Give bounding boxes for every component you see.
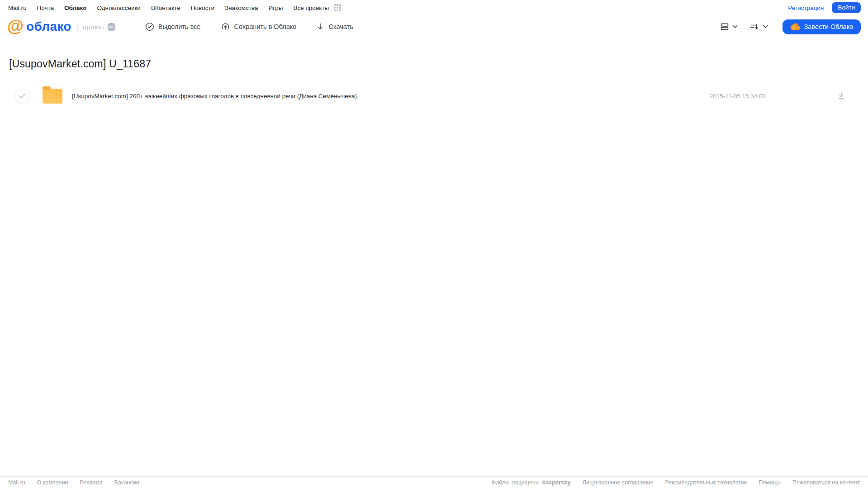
topnav-dating[interactable]: Знакомства (225, 5, 258, 11)
footer-right-links: Файлы защищены kaspersky Лицензионное со… (492, 479, 860, 486)
get-cloud-button[interactable]: Завести Облако (783, 19, 861, 34)
topnav-news[interactable]: Новости (191, 5, 214, 11)
top-navigation: Mail.ru Почта Облако Одноклассники ВКонт… (8, 4, 341, 11)
logo-divider: | (77, 23, 79, 31)
topnav-vkontakte[interactable]: ВКонтакте (151, 5, 180, 11)
vk-badge-icon: VK (108, 23, 115, 31)
get-cloud-label: Завести Облако (804, 23, 853, 30)
footer-mailru-link[interactable]: Mail.ru (8, 479, 25, 486)
top-bar: Mail.ru Почта Облако Одноклассники ВКонт… (0, 0, 868, 14)
row-download-button[interactable] (837, 92, 845, 100)
topbar-right: Регистрация Войти (788, 2, 861, 13)
sort-dropdown[interactable] (749, 22, 768, 31)
footer-report-link[interactable]: Пожаловаться на контент (792, 479, 860, 486)
download-icon (837, 92, 845, 100)
page-title: [UsupovMarket.com] U_11687 (9, 58, 859, 70)
logo-project-label: проект (83, 23, 105, 31)
chevron-down-icon (732, 25, 738, 28)
footer-help-link[interactable]: Помощь (759, 479, 780, 486)
header-right-controls: Завести Облако (720, 19, 861, 34)
login-button[interactable]: Войти (832, 2, 861, 13)
folder-icon (43, 89, 62, 104)
check-circle-icon (145, 22, 154, 31)
check-icon (19, 94, 25, 99)
footer-ads-link[interactable]: Реклама (80, 479, 102, 486)
topnav-odnoklassniki[interactable]: Одноклассники (97, 5, 140, 11)
file-name[interactable]: [UsupovMarket.com] 200+ важнейших фразов… (72, 93, 710, 99)
sort-icon (749, 22, 759, 31)
save-to-cloud-label: Сохранить в Облако (234, 23, 297, 30)
view-mode-dropdown[interactable] (720, 22, 738, 31)
registration-link[interactable]: Регистрация (788, 5, 824, 11)
list-view-icon (720, 22, 729, 31)
cloud-logo[interactable]: @ облако | проект VK (7, 19, 115, 34)
select-all-label: Выделить все (158, 23, 201, 30)
cloud-icon (790, 23, 800, 30)
download-label: Скачать (328, 23, 353, 30)
main-content: [UsupovMarket.com] U_11687 [UsupovMarket… (0, 58, 868, 106)
kaspersky-logo[interactable]: kaspersky (542, 479, 571, 486)
footer-recommendations-link[interactable]: Рекомендательные технологии (665, 479, 747, 486)
mailru-at-icon: @ (7, 18, 24, 34)
header: @ облако | проект VK Выделить все Сохран… (0, 14, 868, 40)
download-button[interactable]: Скачать (316, 22, 353, 31)
topnav-all-projects[interactable]: Все проекты (293, 5, 329, 11)
chevron-down-icon (763, 25, 768, 28)
topnav-mailru[interactable]: Mail.ru (8, 5, 27, 11)
footer-left-links: Mail.ru О компании Реклама Вакансии (8, 479, 139, 486)
footer-about-link[interactable]: О компании (37, 479, 68, 486)
topnav-mail[interactable]: Почта (37, 5, 54, 11)
topnav-cloud[interactable]: Облако (64, 5, 86, 11)
footer: Mail.ru О компании Реклама Вакансии Файл… (0, 476, 868, 488)
file-date: 2015-11-05 15:34:00 (710, 93, 766, 99)
save-to-cloud-button[interactable]: Сохранить в Облако (221, 22, 297, 31)
apps-grid-icon[interactable] (334, 4, 341, 11)
logo-wordmark: облако (26, 19, 71, 34)
footer-jobs-link[interactable]: Вакансии (114, 479, 139, 486)
select-all-button[interactable]: Выделить все (145, 22, 201, 31)
footer-license-link[interactable]: Лицензионное соглашение (583, 479, 654, 486)
kaspersky-protection: Файлы защищены kaspersky (492, 479, 571, 486)
cloud-upload-icon (221, 22, 230, 31)
row-checkbox[interactable] (15, 89, 29, 103)
file-row[interactable]: [UsupovMarket.com] 200+ важнейших фразов… (9, 85, 859, 106)
topnav-games[interactable]: Игры (269, 5, 283, 11)
protected-by-label: Файлы защищены (492, 479, 540, 486)
file-toolbar: Выделить все Сохранить в Облако Скачать (145, 22, 353, 31)
download-arrow-icon (316, 22, 324, 31)
